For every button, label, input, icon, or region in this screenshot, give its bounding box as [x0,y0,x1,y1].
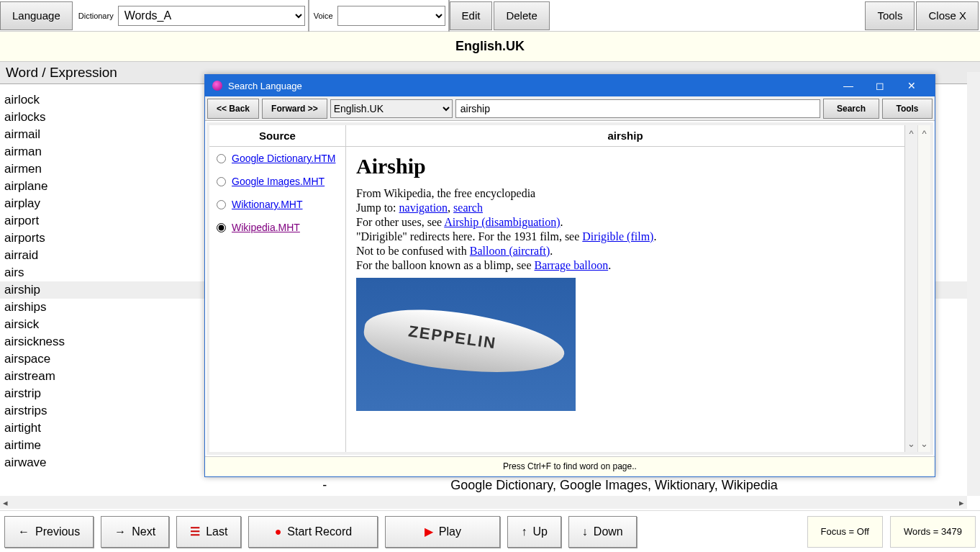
disambiguation-link[interactable]: Airship (disambiguation) [444,216,560,228]
bottom-toolbar: ←Previous →Next ☰Last ●Start Record ▶Pla… [0,510,980,552]
start-record-button[interactable]: ●Start Record [248,516,378,548]
down-button[interactable]: ↓Down [568,516,637,548]
dirigible-film-link[interactable]: Dirigible (film) [582,230,653,243]
forward-button[interactable]: Forward >> [262,99,327,119]
back-button[interactable]: << Back [207,99,259,119]
horizontal-scrollbar[interactable]: ◂▸ [0,496,967,509]
search-input[interactable] [455,99,820,118]
source-radio[interactable] [217,177,226,186]
delete-button[interactable]: Delete [494,1,549,30]
next-button[interactable]: →Next [101,516,169,548]
article-content: Airship From Wikipedia, the free encyclo… [346,147,904,418]
arrow-up-icon: ↑ [521,525,527,538]
close-icon[interactable]: ✕ [896,80,927,91]
language-button[interactable]: Language [0,1,73,30]
article-dirigible: "Dirigible" redirects here. For the 1931… [356,230,894,243]
source-radio[interactable] [217,223,226,232]
barrage-balloon-link[interactable]: Barrage balloon [535,259,609,271]
content-header: airship [346,125,904,147]
tools-button[interactable]: Tools [865,1,915,30]
content-column: airship Airship From Wikipedia, the free… [346,125,904,452]
balloon-aircraft-link[interactable]: Balloon (aircraft) [470,245,550,257]
content-scrollbar[interactable]: ^⌄ [904,125,917,452]
source-header: Source [209,125,345,147]
dictionary-select[interactable]: Words_A [118,6,305,26]
up-button[interactable]: ↑Up [507,516,561,548]
arrow-left-icon: ← [18,525,30,538]
modal-titlebar[interactable]: Search Language — ◻ ✕ [205,75,935,96]
arrow-right-icon: → [114,525,126,538]
record-icon: ● [275,525,282,538]
modal-language-select[interactable]: English.UK [330,99,453,118]
source-radio[interactable] [217,200,226,209]
article-title: Airship [356,154,894,178]
navigation-link[interactable]: navigation [399,202,448,214]
play-button[interactable]: ▶Play [385,516,500,548]
modal-title-text: Search Language [228,81,302,91]
top-toolbar: Language Dictionary Words_A Voice Edit D… [0,0,980,32]
source-column: Source Google Dictionary.HTMGoogle Image… [209,125,346,452]
dictionaries-line: - Google Dictionary, Google Images, Wikt… [0,478,980,493]
modal-footer: Press Ctrl+F to find word on page.. [205,456,935,476]
article-jump: Jump to: navigation, search [356,202,894,214]
close-button[interactable]: Close X [916,1,979,30]
article-from: From Wikipedia, the free encyclopedia [356,187,894,200]
word-count-status: Words = 3479 [890,516,976,548]
minimize-icon[interactable]: — [832,80,864,91]
source-item[interactable]: Wikipedia.MHT [209,216,345,239]
previous-button[interactable]: ←Previous [4,516,94,548]
modal-tools-button[interactable]: Tools [882,99,933,119]
focus-status: Focus = Off [807,516,883,548]
last-button[interactable]: ☰Last [176,516,241,548]
source-link[interactable]: Google Images.MHT [232,176,325,187]
app-icon [212,81,222,91]
search-button[interactable]: Search [823,99,879,119]
modal-outer-scrollbar[interactable]: ^⌄ [917,125,930,452]
source-link[interactable]: Wiktionary.MHT [232,199,303,210]
source-item[interactable]: Wiktionary.MHT [209,193,345,216]
article-blimp: For the balloon known as a blimp, see Ba… [356,259,894,272]
maximize-icon[interactable]: ◻ [864,80,896,91]
language-title: English.UK [0,32,980,62]
play-icon: ▶ [425,525,433,538]
source-link[interactable]: Google Dictionary.HTM [232,153,335,164]
arrow-down-icon: ↓ [582,525,588,538]
source-radio[interactable] [217,154,226,163]
source-item[interactable]: Google Dictionary.HTM [209,147,345,170]
zeppelin-image: ZEPPELIN [356,278,576,411]
last-icon: ☰ [190,525,200,538]
modal-toolbar: << Back Forward >> English.UK Search Too… [205,96,935,121]
voice-select[interactable] [337,6,445,26]
article-confused: Not to be confused with Balloon (aircraf… [356,245,894,258]
vertical-scrollbar[interactable] [967,72,980,496]
source-link[interactable]: Wikipedia.MHT [232,222,300,233]
article-other-uses: For other uses, see Airship (disambiguat… [356,216,894,229]
search-link[interactable]: search [453,202,483,214]
source-item[interactable]: Google Images.MHT [209,170,345,193]
search-language-window: Search Language — ◻ ✕ << Back Forward >>… [204,74,935,477]
voice-label: Voice [309,12,337,20]
edit-button[interactable]: Edit [450,1,493,30]
dictionary-label: Dictionary [74,12,118,20]
